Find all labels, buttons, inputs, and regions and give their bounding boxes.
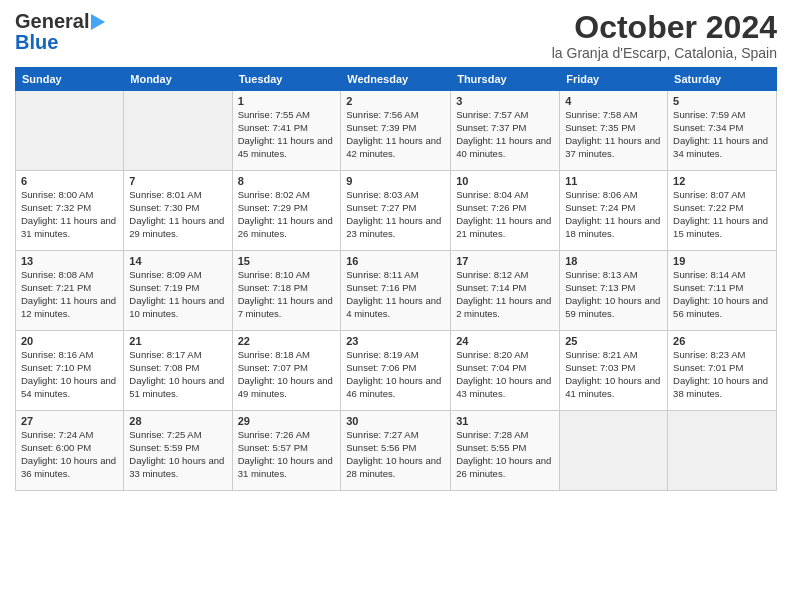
day-info: Sunrise: 8:19 AMSunset: 7:06 PMDaylight:… — [346, 349, 445, 400]
day-info: Sunrise: 7:25 AMSunset: 5:59 PMDaylight:… — [129, 429, 226, 480]
day-info: Sunrise: 8:08 AMSunset: 7:21 PMDaylight:… — [21, 269, 118, 320]
week-row-2: 6Sunrise: 8:00 AMSunset: 7:32 PMDaylight… — [16, 171, 777, 251]
day-number: 1 — [238, 95, 336, 107]
day-info: Sunrise: 8:12 AMSunset: 7:14 PMDaylight:… — [456, 269, 554, 320]
day-cell: 4Sunrise: 7:58 AMSunset: 7:35 PMDaylight… — [560, 91, 668, 171]
day-info: Sunrise: 8:04 AMSunset: 7:26 PMDaylight:… — [456, 189, 554, 240]
day-cell: 14Sunrise: 8:09 AMSunset: 7:19 PMDayligh… — [124, 251, 232, 331]
day-cell: 1Sunrise: 7:55 AMSunset: 7:41 PMDaylight… — [232, 91, 341, 171]
day-cell: 28Sunrise: 7:25 AMSunset: 5:59 PMDayligh… — [124, 411, 232, 491]
logo: General Blue — [15, 10, 105, 54]
calendar-subtitle: la Granja d'Escarp, Catalonia, Spain — [552, 45, 777, 61]
day-number: 24 — [456, 335, 554, 347]
day-cell: 6Sunrise: 8:00 AMSunset: 7:32 PMDaylight… — [16, 171, 124, 251]
day-number: 27 — [21, 415, 118, 427]
day-cell — [124, 91, 232, 171]
day-number: 16 — [346, 255, 445, 267]
day-number: 28 — [129, 415, 226, 427]
day-number: 17 — [456, 255, 554, 267]
day-cell: 20Sunrise: 8:16 AMSunset: 7:10 PMDayligh… — [16, 331, 124, 411]
day-number: 12 — [673, 175, 771, 187]
day-info: Sunrise: 8:03 AMSunset: 7:27 PMDaylight:… — [346, 189, 445, 240]
day-info: Sunrise: 7:27 AMSunset: 5:56 PMDaylight:… — [346, 429, 445, 480]
logo-general: General — [15, 10, 89, 33]
day-number: 29 — [238, 415, 336, 427]
day-info: Sunrise: 8:17 AMSunset: 7:08 PMDaylight:… — [129, 349, 226, 400]
day-info: Sunrise: 8:18 AMSunset: 7:07 PMDaylight:… — [238, 349, 336, 400]
col-header-monday: Monday — [124, 68, 232, 91]
day-cell — [16, 91, 124, 171]
week-row-4: 20Sunrise: 8:16 AMSunset: 7:10 PMDayligh… — [16, 331, 777, 411]
day-cell: 27Sunrise: 7:24 AMSunset: 6:00 PMDayligh… — [16, 411, 124, 491]
day-number: 7 — [129, 175, 226, 187]
col-header-thursday: Thursday — [451, 68, 560, 91]
day-number: 13 — [21, 255, 118, 267]
day-info: Sunrise: 8:21 AMSunset: 7:03 PMDaylight:… — [565, 349, 662, 400]
logo-arrow-icon — [91, 14, 105, 30]
day-cell: 12Sunrise: 8:07 AMSunset: 7:22 PMDayligh… — [668, 171, 777, 251]
day-number: 30 — [346, 415, 445, 427]
day-cell: 16Sunrise: 8:11 AMSunset: 7:16 PMDayligh… — [341, 251, 451, 331]
day-cell: 2Sunrise: 7:56 AMSunset: 7:39 PMDaylight… — [341, 91, 451, 171]
day-info: Sunrise: 7:59 AMSunset: 7:34 PMDaylight:… — [673, 109, 771, 160]
day-cell — [560, 411, 668, 491]
day-info: Sunrise: 8:11 AMSunset: 7:16 PMDaylight:… — [346, 269, 445, 320]
week-row-1: 1Sunrise: 7:55 AMSunset: 7:41 PMDaylight… — [16, 91, 777, 171]
day-number: 3 — [456, 95, 554, 107]
day-info: Sunrise: 7:57 AMSunset: 7:37 PMDaylight:… — [456, 109, 554, 160]
day-info: Sunrise: 8:01 AMSunset: 7:30 PMDaylight:… — [129, 189, 226, 240]
day-info: Sunrise: 8:10 AMSunset: 7:18 PMDaylight:… — [238, 269, 336, 320]
header: General Blue October 2024 la Granja d'Es… — [15, 10, 777, 61]
day-cell: 29Sunrise: 7:26 AMSunset: 5:57 PMDayligh… — [232, 411, 341, 491]
col-header-wednesday: Wednesday — [341, 68, 451, 91]
col-header-sunday: Sunday — [16, 68, 124, 91]
day-info: Sunrise: 8:06 AMSunset: 7:24 PMDaylight:… — [565, 189, 662, 240]
day-cell: 10Sunrise: 8:04 AMSunset: 7:26 PMDayligh… — [451, 171, 560, 251]
day-cell: 11Sunrise: 8:06 AMSunset: 7:24 PMDayligh… — [560, 171, 668, 251]
day-info: Sunrise: 8:02 AMSunset: 7:29 PMDaylight:… — [238, 189, 336, 240]
day-cell: 21Sunrise: 8:17 AMSunset: 7:08 PMDayligh… — [124, 331, 232, 411]
day-cell: 15Sunrise: 8:10 AMSunset: 7:18 PMDayligh… — [232, 251, 341, 331]
day-info: Sunrise: 8:16 AMSunset: 7:10 PMDaylight:… — [21, 349, 118, 400]
col-header-friday: Friday — [560, 68, 668, 91]
day-cell: 22Sunrise: 8:18 AMSunset: 7:07 PMDayligh… — [232, 331, 341, 411]
day-number: 15 — [238, 255, 336, 267]
day-cell: 25Sunrise: 8:21 AMSunset: 7:03 PMDayligh… — [560, 331, 668, 411]
calendar-title: October 2024 — [552, 10, 777, 45]
day-cell: 24Sunrise: 8:20 AMSunset: 7:04 PMDayligh… — [451, 331, 560, 411]
day-number: 25 — [565, 335, 662, 347]
day-cell — [668, 411, 777, 491]
day-cell: 13Sunrise: 8:08 AMSunset: 7:21 PMDayligh… — [16, 251, 124, 331]
day-info: Sunrise: 8:20 AMSunset: 7:04 PMDaylight:… — [456, 349, 554, 400]
week-row-5: 27Sunrise: 7:24 AMSunset: 6:00 PMDayligh… — [16, 411, 777, 491]
day-number: 9 — [346, 175, 445, 187]
day-info: Sunrise: 7:26 AMSunset: 5:57 PMDaylight:… — [238, 429, 336, 480]
day-cell: 17Sunrise: 8:12 AMSunset: 7:14 PMDayligh… — [451, 251, 560, 331]
day-cell: 18Sunrise: 8:13 AMSunset: 7:13 PMDayligh… — [560, 251, 668, 331]
day-info: Sunrise: 8:00 AMSunset: 7:32 PMDaylight:… — [21, 189, 118, 240]
day-number: 21 — [129, 335, 226, 347]
day-number: 26 — [673, 335, 771, 347]
day-number: 14 — [129, 255, 226, 267]
day-number: 10 — [456, 175, 554, 187]
day-number: 2 — [346, 95, 445, 107]
day-cell: 9Sunrise: 8:03 AMSunset: 7:27 PMDaylight… — [341, 171, 451, 251]
day-info: Sunrise: 7:24 AMSunset: 6:00 PMDaylight:… — [21, 429, 118, 480]
day-cell: 19Sunrise: 8:14 AMSunset: 7:11 PMDayligh… — [668, 251, 777, 331]
title-block: October 2024 la Granja d'Escarp, Catalon… — [552, 10, 777, 61]
day-cell: 3Sunrise: 7:57 AMSunset: 7:37 PMDaylight… — [451, 91, 560, 171]
day-number: 19 — [673, 255, 771, 267]
day-cell: 23Sunrise: 8:19 AMSunset: 7:06 PMDayligh… — [341, 331, 451, 411]
day-number: 11 — [565, 175, 662, 187]
calendar-header-row: SundayMondayTuesdayWednesdayThursdayFrid… — [16, 68, 777, 91]
day-number: 20 — [21, 335, 118, 347]
day-cell: 31Sunrise: 7:28 AMSunset: 5:55 PMDayligh… — [451, 411, 560, 491]
day-number: 5 — [673, 95, 771, 107]
day-cell: 26Sunrise: 8:23 AMSunset: 7:01 PMDayligh… — [668, 331, 777, 411]
day-info: Sunrise: 7:28 AMSunset: 5:55 PMDaylight:… — [456, 429, 554, 480]
day-cell: 7Sunrise: 8:01 AMSunset: 7:30 PMDaylight… — [124, 171, 232, 251]
day-info: Sunrise: 8:13 AMSunset: 7:13 PMDaylight:… — [565, 269, 662, 320]
day-number: 23 — [346, 335, 445, 347]
col-header-tuesday: Tuesday — [232, 68, 341, 91]
day-cell: 5Sunrise: 7:59 AMSunset: 7:34 PMDaylight… — [668, 91, 777, 171]
